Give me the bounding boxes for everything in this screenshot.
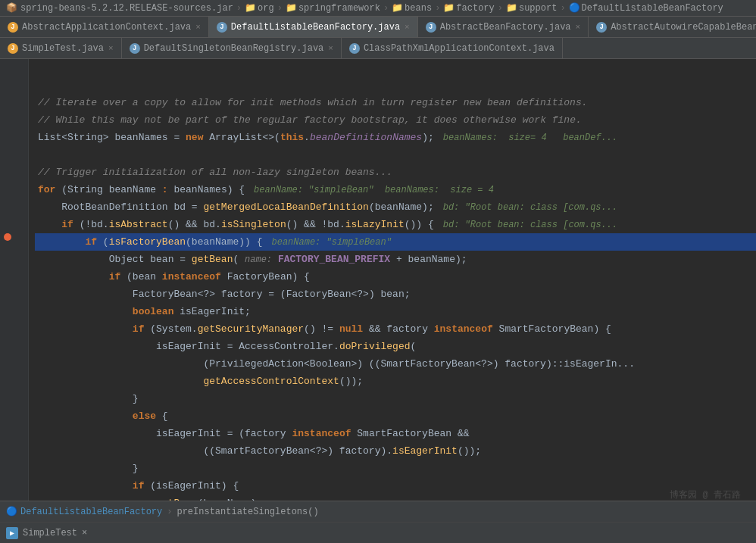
code-line-else: else {: [35, 407, 756, 425]
gutter-7: [0, 161, 28, 178]
gutter-11: [0, 229, 28, 245]
gutter-16: [0, 314, 28, 330]
tab-close-3[interactable]: ×: [576, 23, 581, 32]
gutter-9: [0, 195, 28, 211]
code-editor[interactable]: // Iterate over a copy to allow for init…: [29, 59, 756, 501]
status-close[interactable]: ×: [82, 528, 87, 538]
gutter-14: [0, 279, 28, 296]
tab-label-2: DefaultListableBeanFactory.java: [231, 22, 400, 33]
code-line-boolean: boolean isEagerInit;: [35, 303, 756, 320]
breadcrumb-springframework[interactable]: springframework: [298, 3, 380, 14]
tab-AbstractApplicationContext[interactable]: J AbstractApplicationContext.java ×: [0, 17, 209, 38]
code-line-instanceof: if (bean instanceof FactoryBean) {: [35, 268, 756, 286]
gutter-20: [0, 382, 28, 398]
code-line-factorybean-cast: FactoryBean<?> factory = (FactoryBean<?>…: [35, 286, 756, 303]
gutter-23: [0, 432, 28, 449]
folder-icon2: 📁: [286, 2, 297, 14]
breadcrumb-org[interactable]: org: [258, 3, 274, 14]
gutter-18: [0, 348, 28, 364]
tab-DefaultListableBeanFactory[interactable]: J DefaultListableBeanFactory.java ×: [209, 17, 418, 38]
file-icon: 🔵: [569, 2, 580, 14]
gutter-19: [0, 365, 28, 382]
jar-icon: 📦: [6, 2, 17, 14]
breakpoint-dot[interactable]: [4, 233, 11, 241]
gutter-21: [0, 398, 28, 415]
tab-label-3: AbstractBeanFactory.java: [440, 22, 571, 33]
gutter-15: [0, 297, 28, 314]
tab-SimpleTest[interactable]: J SimpleTest.java ×: [0, 38, 122, 59]
folder-icon4: 📁: [443, 2, 455, 14]
tab-bar-row2: J SimpleTest.java × J DefaultSingletonBe…: [0, 38, 756, 59]
tab-icon-4: J: [596, 22, 607, 33]
gutter-3: [0, 93, 28, 110]
code-line-if-abstract: if (!bd.isAbstract() && bd.isSingleton()…: [35, 216, 756, 233]
tab-ClassPathXml[interactable]: J ClassPathXmlApplicationContext.java: [342, 38, 563, 59]
code-line-smart-factory: ((SmartFactoryBean<?>) factory).isEagerI…: [35, 442, 756, 460]
gutter-6: [0, 144, 28, 161]
code-line-comment2: // While this may not be part of the reg…: [35, 111, 756, 129]
gutter-8: [0, 178, 28, 195]
code-line-getaccess: getAccessControlContext());: [35, 373, 756, 390]
code-line-comment1: // Iterate over a copy to allow for init…: [35, 94, 756, 111]
gutter-12: [0, 246, 28, 263]
breadcrumb-class[interactable]: DefaultListableBeanFactory: [582, 3, 723, 14]
tab-AbstractBeanFactory[interactable]: J AbstractBeanFactory.java ×: [418, 17, 589, 38]
code-line-getbean: Object bean = getBean( name: FACTORY_BEA…: [35, 251, 756, 268]
folder-icon5: 📁: [506, 2, 517, 14]
tab-close-5[interactable]: ×: [108, 44, 114, 53]
run-icon: ▶: [6, 527, 18, 539]
tab-close-2[interactable]: ×: [405, 23, 410, 32]
code-line-isfactorybean: if (isFactoryBean(beanName)) { beanName:…: [35, 233, 756, 251]
bottom-method[interactable]: preInstantiateSingletons(): [177, 507, 318, 517]
gutter-17: [0, 331, 28, 348]
gutter-1: [0, 59, 28, 76]
breadcrumb-jar[interactable]: spring-beans-5.2.12.RELEASE-sources.jar: [20, 3, 233, 14]
gutter-25: [0, 467, 28, 483]
tab-label-5: SimpleTest.java: [22, 43, 104, 54]
bottom-class-icon: 🔵: [6, 506, 17, 517]
bottom-breadcrumb: 🔵 DefaultListableBeanFactory › preInstan…: [0, 501, 756, 522]
code-line-privileged: (PrivilegedAction<Boolean>) ((SmartFacto…: [35, 355, 756, 373]
breadcrumb-beans[interactable]: beans: [405, 3, 432, 14]
tab-icon-5: J: [8, 43, 18, 54]
bottom-class-link[interactable]: DefaultListableBeanFactory: [20, 507, 162, 517]
tab-AbstractAutowire[interactable]: J AbstractAutowireCapableBeanFac...: [589, 17, 756, 38]
breadcrumb-bar: 📦 spring-beans-5.2.12.RELEASE-sources.ja…: [0, 0, 756, 17]
tab-icon-3: J: [426, 22, 436, 33]
tab-close-6[interactable]: ×: [328, 44, 333, 53]
code-line-getbean2: getBean(beanName);: [35, 495, 756, 501]
code-line-comment3: // Trigger initialization of all non-laz…: [35, 164, 756, 181]
code-line-rootbean: RootBeanDefinition bd = getMergedLocalBe…: [35, 198, 756, 216]
tab-label-4: AbstractAutowireCapableBeanFac...: [611, 22, 756, 33]
code-line-if-eager: if (isEagerInit) {: [35, 477, 756, 495]
gutter-24: [0, 450, 28, 467]
tab-close-1[interactable]: ×: [195, 23, 201, 32]
code-line-security: if (System.getSecurityManager() != null …: [35, 320, 756, 338]
code-line-list: List<String> beanNames = new ArrayList<>…: [35, 129, 756, 146]
folder-icon: 📁: [245, 2, 256, 14]
tab-bar-row1: J AbstractApplicationContext.java × J De…: [0, 17, 756, 38]
gutter-4: [0, 110, 28, 126]
gutter-10: [0, 212, 28, 229]
tab-DefaultSingletonBeanRegistry[interactable]: J DefaultSingletonBeanRegistry.java ×: [122, 38, 342, 59]
code-line-accesscontroller: isEagerInit = AccessController.doPrivile…: [35, 338, 756, 355]
tab-icon-1: J: [8, 22, 18, 33]
code-line-empty2: [35, 76, 756, 94]
code-line-empty3: [35, 146, 756, 164]
watermark: 博客园 @ 青石路: [670, 488, 741, 501]
code-line-for: for (String beanName : beanNames) { bean…: [35, 181, 756, 198]
editor-container: // Iterate over a copy to allow for init…: [0, 59, 756, 501]
tab-icon-6: J: [130, 43, 140, 54]
breadcrumb-factory[interactable]: factory: [456, 3, 494, 14]
breadcrumb-support[interactable]: support: [519, 3, 557, 14]
code-line-close-brace1: }: [35, 390, 756, 407]
folder-icon3: 📁: [392, 2, 403, 14]
gutter-26: [0, 484, 28, 501]
gutter-13: [0, 263, 28, 279]
tab-label-7: ClassPathXmlApplicationContext.java: [364, 43, 555, 54]
status-bar: ▶ SimpleTest ×: [0, 522, 756, 543]
code-line-close-else: }: [35, 460, 756, 477]
status-label[interactable]: SimpleTest: [23, 528, 77, 538]
tab-label-6: DefaultSingletonBeanRegistry.java: [144, 43, 324, 54]
tab-icon-2: J: [217, 22, 227, 33]
